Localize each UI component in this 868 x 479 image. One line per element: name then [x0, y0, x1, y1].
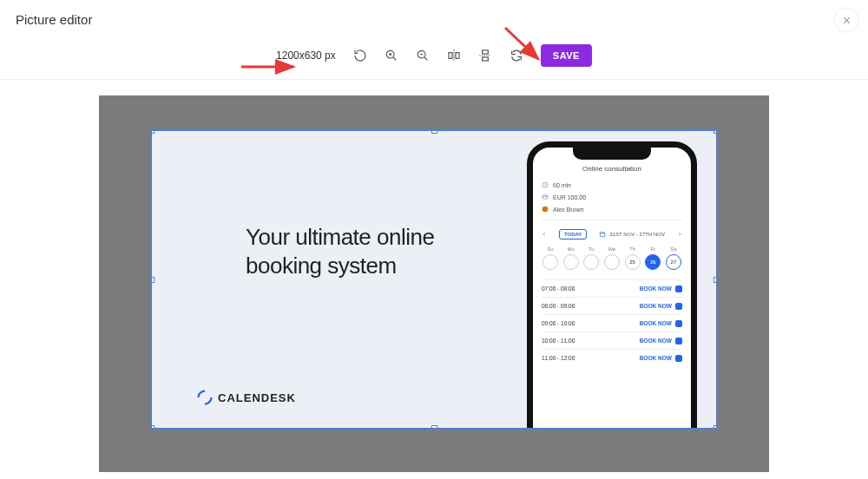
bag-icon [675, 303, 682, 310]
bag-icon [675, 285, 682, 292]
flip-horizontal-icon[interactable] [447, 49, 461, 62]
day-cell: Th25 [624, 246, 641, 271]
phone-notch [573, 148, 651, 160]
crop-handle[interactable] [151, 425, 155, 429]
slot-time: 09:00 - 10:00 [542, 320, 575, 326]
today-chip: TODAY [559, 229, 587, 240]
bag-icon [675, 338, 682, 344]
phone-duration: 60 min [553, 182, 571, 188]
svg-line-7 [424, 57, 427, 60]
promo-headline: Your ultimate online booking system [246, 223, 445, 279]
book-now-link[interactable]: BOOK NOW [640, 355, 682, 362]
svg-rect-10 [449, 53, 452, 59]
crop-handle[interactable] [713, 425, 717, 429]
calendar-icon [599, 231, 606, 238]
day-cell: We [603, 246, 621, 271]
book-now-link[interactable]: BOOK NOW [640, 338, 682, 344]
time-slot-row: 09:00 - 10:00BOOK NOW [542, 314, 682, 331]
save-button[interactable]: SAVE [541, 44, 592, 67]
date-range-label: 21ST NOV - 27TH NOV [599, 231, 665, 238]
book-now-link[interactable]: BOOK NOW [640, 303, 682, 310]
brand-name: CALENDESK [218, 391, 296, 404]
flip-vertical-icon[interactable] [478, 49, 492, 62]
time-slot-row: 07:00 - 08:00BOOK NOW [542, 279, 682, 297]
crop-handle[interactable] [151, 277, 155, 283]
crop-handle[interactable] [713, 277, 717, 283]
page-title: Picture editor [0, 0, 868, 36]
day-cell: Su [542, 246, 559, 271]
crop-handle[interactable] [713, 130, 717, 134]
chevron-left-icon [542, 232, 547, 237]
close-button[interactable] [835, 9, 858, 31]
day-cell: Mo [562, 246, 580, 271]
slot-time: 11:00 - 12:00 [542, 355, 575, 361]
zoom-in-icon[interactable] [385, 49, 398, 62]
editor-canvas-container: Your ultimate online booking system CALE… [99, 95, 769, 472]
user-avatar-icon [542, 206, 549, 213]
phone-screen-title: Online consultation [542, 165, 682, 173]
svg-rect-20 [542, 195, 548, 199]
svg-rect-11 [456, 53, 459, 59]
crop-handle[interactable] [151, 130, 155, 134]
book-now-link[interactable]: BOOK NOW [640, 320, 682, 327]
crop-handle[interactable] [431, 130, 437, 134]
rotate-left-icon[interactable] [353, 49, 367, 62]
time-slot-row: 10:00 - 11:00BOOK NOW [542, 331, 682, 349]
svg-point-22 [542, 207, 549, 213]
slot-time: 10:00 - 11:00 [542, 338, 575, 344]
dimensions-label: 1200x630 px [276, 49, 336, 62]
card-icon [542, 194, 549, 200]
phone-user-name: Alex Brown [553, 207, 583, 213]
close-icon [842, 16, 852, 25]
chevron-right-icon [677, 232, 682, 237]
phone-price: EUR 100,00 [553, 194, 586, 200]
crop-selection[interactable]: Your ultimate online booking system CALE… [151, 130, 717, 429]
crop-handle[interactable] [431, 425, 437, 429]
brand-logo: CALENDESK [197, 390, 296, 405]
clock-icon [542, 181, 549, 188]
day-cell: Sa27 [665, 246, 682, 271]
slot-time: 07:00 - 08:00 [542, 285, 575, 292]
day-cell: Tu [582, 246, 600, 271]
bag-icon [675, 320, 682, 327]
zoom-out-icon[interactable] [416, 49, 430, 62]
bag-icon [675, 355, 682, 362]
brand-mark-icon [197, 390, 213, 405]
book-now-link[interactable]: BOOK NOW [640, 285, 682, 292]
phone-mockup: Online consultation 60 min EUR 100,00 Al… [527, 141, 697, 429]
svg-rect-23 [601, 233, 605, 237]
time-slot-row: 08:00 - 09:00BOOK NOW [542, 297, 682, 314]
slot-time: 08:00 - 09:00 [542, 303, 575, 309]
editor-toolbar: 1200x630 px SAVE [0, 36, 868, 80]
day-cell: Fr26 [644, 246, 661, 271]
svg-rect-14 [482, 57, 488, 61]
time-slot-row: 11:00 - 12:00BOOK NOW [542, 349, 682, 366]
reset-icon[interactable] [510, 49, 523, 62]
svg-line-3 [393, 57, 396, 60]
svg-rect-13 [482, 50, 488, 54]
